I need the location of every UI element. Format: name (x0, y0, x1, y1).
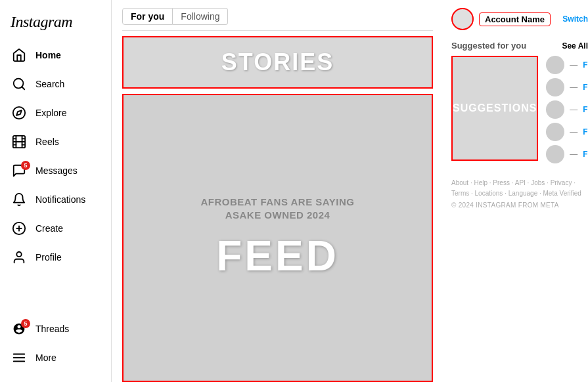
sidebar-item-search-label: Search (35, 79, 64, 89)
create-icon (12, 221, 26, 236)
sidebar-item-profile[interactable]: Profile (5, 244, 106, 271)
follow-button-2[interactable]: Follow (583, 83, 588, 92)
account-row: Account Name Switch (451, 8, 588, 30)
follow-button-4[interactable]: Follow (583, 127, 588, 137)
account-name[interactable]: Account Name (479, 12, 551, 26)
for-you-tab[interactable]: For you (122, 8, 173, 25)
account-avatar[interactable] (451, 8, 474, 30)
follow-avatar-2 (546, 78, 564, 96)
follow-name-4: — (570, 127, 577, 137)
feed-headline: AFROBEAT FANS ARE SAYING ASAKE OWNED 202… (201, 196, 355, 221)
sidebar-item-reels[interactable]: Reels (5, 128, 106, 156)
sidebar-nav: Home Search Explore (0, 41, 111, 315)
feed-section: AFROBEAT FANS ARE SAYING ASAKE OWNED 202… (122, 94, 433, 382)
reels-icon (12, 135, 26, 149)
follow-list: — Follow — Follow — Follow — Follow — (546, 56, 588, 166)
footer-copyright: © 2024 INSTAGRAM FROM META (451, 202, 588, 209)
sidebar-item-profile-label: Profile (35, 252, 62, 263)
svg-marker-3 (16, 110, 22, 116)
suggestions-label: SUGGESTIONS (453, 102, 537, 114)
sidebar-item-more[interactable]: More (5, 344, 106, 371)
follow-item: — Follow (546, 56, 588, 74)
sidebar-item-search[interactable]: Search (5, 70, 106, 98)
sidebar-item-messages-label: Messages (35, 165, 78, 176)
suggested-for-you-title: Suggested for you (451, 41, 526, 51)
follow-item: — Follow (546, 123, 588, 141)
main-content: For you Following STORIES AFROBEAT FANS … (112, 0, 443, 382)
follow-name-5: — (570, 150, 577, 159)
follow-avatar-3 (546, 100, 564, 119)
sidebar-item-more-label: More (35, 352, 57, 363)
home-icon (12, 48, 26, 62)
sidebar-item-create-label: Create (35, 223, 63, 234)
svg-point-2 (13, 107, 25, 119)
sidebar-item-explore[interactable]: Explore (5, 99, 106, 127)
sidebar-item-explore-label: Explore (35, 108, 66, 118)
explore-icon (12, 106, 26, 120)
svg-point-15 (16, 252, 21, 257)
sidebar-item-notifications[interactable]: Notifications (5, 186, 106, 213)
follow-avatar-4 (546, 123, 564, 141)
follow-item: — Follow (546, 145, 588, 163)
suggestions-header: Suggested for you See All (451, 41, 588, 51)
follow-avatar-1 (546, 56, 564, 74)
follow-item: — Follow (546, 100, 588, 119)
sidebar-bottom: 5 Threads More (0, 315, 111, 371)
suggestions-image: SUGGESTIONS (451, 56, 538, 161)
footer-links: About · Help · Press · API · Jobs · Priv… (451, 178, 588, 199)
sidebar-item-create[interactable]: Create (5, 215, 106, 242)
sidebar-item-threads-label: Threads (35, 324, 69, 334)
follow-item: — Follow (546, 78, 588, 96)
sidebar-item-threads[interactable]: 5 Threads (5, 315, 106, 343)
svg-line-1 (22, 87, 24, 89)
search-icon (12, 77, 26, 91)
sidebar-item-notifications-label: Notifications (35, 194, 85, 205)
sidebar: Instagram Home Search (0, 0, 112, 382)
more-icon (12, 350, 26, 365)
following-tab[interactable]: Following (173, 8, 228, 25)
stories-section: STORIES (122, 36, 433, 89)
follow-button-3[interactable]: Follow (583, 105, 588, 114)
follow-avatar-5 (546, 145, 564, 163)
stories-label: STORIES (221, 49, 334, 76)
follow-button-5[interactable]: Follow (583, 150, 588, 159)
instagram-logo: Instagram (0, 11, 111, 41)
feed-header: For you Following (122, 0, 433, 31)
right-panel: Account Name Switch Suggested for you Se… (443, 0, 588, 382)
threads-badge: 5 (21, 319, 30, 328)
switch-link[interactable]: Switch (562, 14, 588, 24)
sidebar-item-reels-label: Reels (35, 137, 59, 147)
follow-name-2: — (570, 83, 577, 92)
sidebar-item-home[interactable]: Home (5, 41, 106, 69)
notifications-icon (12, 192, 26, 207)
messages-badge: 5 (21, 161, 30, 170)
follow-button-1[interactable]: Follow (583, 60, 588, 70)
sidebar-item-messages[interactable]: 5 Messages (5, 157, 106, 184)
see-all-link[interactable]: See All (562, 41, 588, 51)
profile-icon (12, 250, 26, 265)
follow-name-1: — (570, 60, 577, 70)
feed-label: FEED (216, 232, 339, 280)
follow-name-3: — (570, 105, 577, 114)
sidebar-item-home-label: Home (35, 50, 61, 60)
